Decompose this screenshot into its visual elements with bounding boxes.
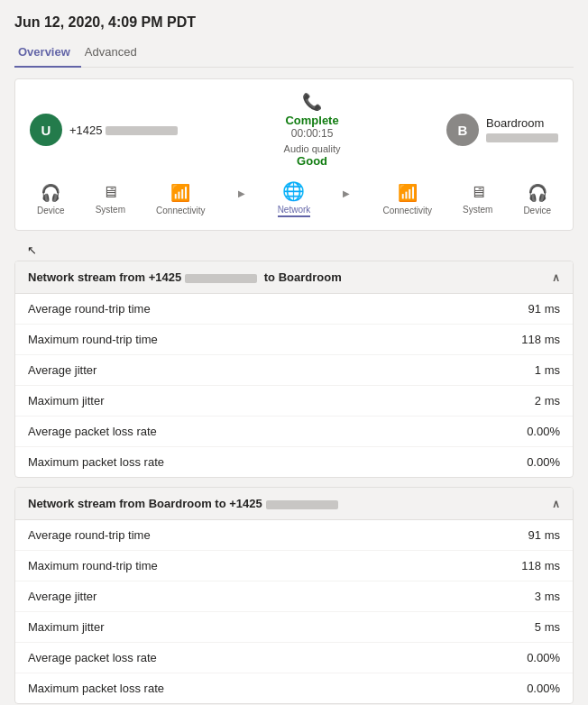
stream2-title-redacted bbox=[266, 500, 338, 509]
headset-left-icon: 🎧 bbox=[41, 183, 60, 203]
stream2-header[interactable]: Network stream from Boardroom to +1425 ∧ bbox=[15, 488, 573, 520]
network-icon: 🌐 bbox=[282, 180, 305, 202]
signal-node-system-left: 🖥 System bbox=[96, 183, 125, 215]
signal-node-connectivity-right: 📶 Connectivity bbox=[382, 183, 431, 215]
call-card: U +1425 📞 Complete 00:00:15 Audio qualit… bbox=[14, 78, 574, 231]
signal-path: 🎧 Device 🖥 System 📶 Connectivity ▶ 🌐 Net… bbox=[30, 180, 558, 217]
system-right-label: System bbox=[463, 205, 492, 215]
metric-label: Maximum round-trip time bbox=[28, 333, 158, 346]
stream1-section: Network stream from +1425 to Boardroom ∧… bbox=[14, 261, 574, 478]
wifi-right-icon: 📶 bbox=[398, 183, 418, 203]
signal-node-network: 🌐 Network bbox=[278, 180, 311, 217]
call-center-info: 📞 Complete 00:00:15 Audio quality Good bbox=[178, 92, 446, 168]
page-timestamp: Jun 12, 2020, 4:09 PM PDT bbox=[14, 14, 574, 31]
metric-label: Average jitter bbox=[28, 590, 96, 603]
participant-right-name: Boardroom bbox=[486, 116, 558, 130]
connectivity-left-label: Connectivity bbox=[156, 206, 205, 215]
metric-value: 3 ms bbox=[535, 590, 560, 603]
cursor-row: ↖ bbox=[14, 240, 574, 261]
table-row: Average packet loss rate 0.00% bbox=[15, 417, 573, 447]
arrow-left: ▶ bbox=[236, 188, 247, 209]
table-row: Maximum packet loss rate 0.00% bbox=[15, 447, 573, 477]
table-row: Maximum round-trip time 118 ms bbox=[15, 325, 573, 355]
stream2-title: Network stream from Boardroom to +1425 bbox=[28, 497, 338, 510]
metric-label: Average packet loss rate bbox=[28, 425, 157, 438]
monitor-left-icon: 🖥 bbox=[102, 183, 118, 202]
metric-label: Average round-trip time bbox=[28, 302, 151, 316]
metric-value: 1 ms bbox=[535, 363, 560, 377]
avatar-left: U bbox=[30, 114, 62, 146]
page-wrapper: Jun 12, 2020, 4:09 PM PDT Overview Advan… bbox=[0, 0, 588, 705]
metric-label: Maximum jitter bbox=[28, 620, 105, 634]
table-row: Maximum jitter 5 ms bbox=[15, 612, 573, 643]
stream2-section: Network stream from Boardroom to +1425 ∧… bbox=[14, 487, 574, 704]
table-row: Average jitter 3 ms bbox=[15, 581, 573, 612]
participant-right-info: Boardroom bbox=[486, 116, 558, 143]
signal-node-connectivity-left: 📶 Connectivity bbox=[156, 183, 205, 215]
phone-icon: 📞 bbox=[178, 92, 446, 112]
participant-right: B Boardroom bbox=[446, 114, 558, 146]
participant-left: U +1425 bbox=[30, 114, 178, 146]
metric-value: 91 ms bbox=[528, 528, 560, 542]
metric-label: Maximum jitter bbox=[28, 394, 105, 407]
wifi-left-icon: 📶 bbox=[170, 183, 190, 203]
audio-quality-value: Good bbox=[178, 154, 446, 168]
metric-label: Maximum round-trip time bbox=[28, 559, 158, 572]
metric-value: 118 ms bbox=[521, 559, 560, 572]
tab-overview[interactable]: Overview bbox=[14, 40, 81, 68]
tabs-bar: Overview Advanced bbox=[14, 40, 574, 68]
metric-label: Average jitter bbox=[28, 363, 96, 377]
stream1-title: Network stream from +1425 to Boardroom bbox=[28, 270, 342, 284]
tab-advanced[interactable]: Advanced bbox=[81, 40, 148, 68]
headset-right-icon: 🎧 bbox=[528, 183, 547, 203]
metric-value: 118 ms bbox=[521, 333, 560, 346]
metric-value: 0.00% bbox=[527, 651, 560, 664]
signal-node-system-right: 🖥 System bbox=[463, 183, 492, 215]
metric-value: 91 ms bbox=[528, 302, 560, 316]
arrow-right: ▶ bbox=[341, 188, 352, 209]
participant-left-info: +1425 bbox=[69, 124, 178, 137]
network-label: Network bbox=[278, 205, 311, 217]
table-row: Average round-trip time 91 ms bbox=[15, 520, 573, 551]
participant-left-phone: +1425 bbox=[69, 124, 178, 137]
stream1-body: Average round-trip time 91 ms Maximum ro… bbox=[15, 294, 573, 477]
stream2-body: Average round-trip time 91 ms Maximum ro… bbox=[15, 520, 573, 703]
device-left-label: Device bbox=[37, 206, 65, 215]
call-participants: U +1425 📞 Complete 00:00:15 Audio qualit… bbox=[30, 92, 558, 168]
table-row: Average packet loss rate 0.00% bbox=[15, 643, 573, 673]
metric-value: 2 ms bbox=[535, 394, 560, 407]
system-left-label: System bbox=[96, 205, 125, 215]
metric-label: Average round-trip time bbox=[28, 528, 151, 542]
metric-value: 5 ms bbox=[535, 620, 560, 634]
stream1-chevron: ∧ bbox=[552, 271, 560, 284]
call-status: Complete bbox=[178, 114, 446, 127]
metric-value: 0.00% bbox=[527, 682, 560, 695]
stream2-chevron: ∧ bbox=[552, 498, 560, 510]
metric-label: Maximum packet loss rate bbox=[28, 455, 164, 469]
stream1-header[interactable]: Network stream from +1425 to Boardroom ∧ bbox=[15, 261, 573, 294]
metric-value: 0.00% bbox=[527, 425, 560, 438]
signal-node-device-left: 🎧 Device bbox=[37, 183, 65, 215]
table-row: Average jitter 1 ms bbox=[15, 355, 573, 386]
device-right-label: Device bbox=[523, 206, 551, 215]
call-duration: 00:00:15 bbox=[178, 127, 446, 140]
stream1-title-redacted bbox=[185, 274, 257, 283]
redacted-bar-right bbox=[486, 133, 558, 142]
monitor-right-icon: 🖥 bbox=[470, 183, 486, 202]
metric-value: 0.00% bbox=[527, 455, 560, 469]
signal-node-device-right: 🎧 Device bbox=[523, 183, 551, 215]
table-row: Maximum round-trip time 118 ms bbox=[15, 551, 573, 581]
connectivity-right-label: Connectivity bbox=[382, 206, 431, 215]
avatar-right: B bbox=[446, 114, 479, 146]
metric-label: Average packet loss rate bbox=[28, 651, 157, 664]
redacted-bar-left bbox=[106, 126, 178, 135]
audio-quality-label: Audio quality bbox=[178, 143, 446, 154]
table-row: Maximum jitter 2 ms bbox=[15, 386, 573, 417]
table-row: Maximum packet loss rate 0.00% bbox=[15, 673, 573, 703]
metric-label: Maximum packet loss rate bbox=[28, 682, 164, 695]
table-row: Average round-trip time 91 ms bbox=[15, 294, 573, 325]
